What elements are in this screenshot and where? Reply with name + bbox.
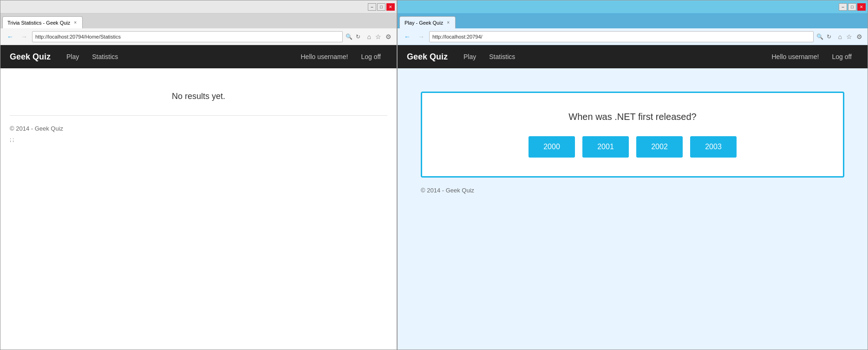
answer-btn-2[interactable]: 2002 xyxy=(636,136,683,158)
left-toolbar-icons: ⌂ ☆ ⚙ xyxy=(366,32,393,41)
quiz-question: When was .NET first released? xyxy=(436,112,829,122)
right-tab-label: Play - Geek Quiz xyxy=(405,20,443,26)
left-tab-bar: Trivia Statistics - Geek Quiz × xyxy=(0,13,397,28)
right-hello-text: Hello username! xyxy=(772,53,819,60)
right-page-content: When was .NET first released? 2000 2001 … xyxy=(398,68,868,350)
left-gear-icon[interactable]: ⚙ xyxy=(384,32,393,41)
right-gear-icon[interactable]: ⚙ xyxy=(855,32,864,41)
answer-btn-1[interactable]: 2001 xyxy=(582,136,629,158)
left-navbar-right: Hello username! Log off xyxy=(301,45,388,68)
left-logoff-link[interactable]: Log off xyxy=(354,45,387,68)
right-url-input[interactable] xyxy=(429,31,814,42)
left-star-icon[interactable]: ☆ xyxy=(374,32,383,41)
right-footer: © 2014 - Geek Quiz xyxy=(421,187,844,194)
left-footer: © 2014 - Geek Quiz xyxy=(10,125,387,132)
left-maximize-btn[interactable]: □ xyxy=(377,3,385,11)
quiz-answers: 2000 2001 2002 2003 xyxy=(436,136,829,158)
answer-btn-3[interactable]: 2003 xyxy=(690,136,737,158)
right-window-controls: – □ ✕ xyxy=(839,3,866,11)
right-forward-btn[interactable]: → xyxy=(415,31,427,43)
left-page-divider xyxy=(10,115,387,116)
right-address-bar: ← → 🔍 ↻ ⌂ ☆ ⚙ xyxy=(398,28,868,45)
left-hello-text: Hello username! xyxy=(301,53,348,60)
left-browser-window: – □ ✕ Trivia Statistics - Geek Quiz × ← … xyxy=(0,0,397,350)
answer-btn-0[interactable]: 2000 xyxy=(529,136,575,158)
right-active-tab[interactable]: Play - Geek Quiz × xyxy=(399,16,456,28)
left-nav-statistics[interactable]: Statistics xyxy=(85,45,124,68)
left-close-btn[interactable]: ✕ xyxy=(386,3,395,11)
left-navbar: Geek Quiz Play Statistics Hello username… xyxy=(0,45,397,68)
left-app-content: Geek Quiz Play Statistics Hello username… xyxy=(0,45,397,350)
right-nav-statistics[interactable]: Statistics xyxy=(483,45,522,68)
left-active-tab[interactable]: Trivia Statistics - Geek Quiz × xyxy=(2,16,83,28)
right-navbar-right: Hello username! Log off xyxy=(772,45,859,68)
left-address-bar: ← → 🔍 ↻ ⌂ ☆ ⚙ xyxy=(0,28,397,45)
left-page-content: No results yet. © 2014 - Geek Quiz ; ; xyxy=(0,68,397,350)
right-home-icon[interactable]: ⌂ xyxy=(837,32,843,41)
right-back-btn[interactable]: ← xyxy=(401,31,413,43)
left-refresh-icon[interactable]: ↻ xyxy=(355,33,361,41)
left-search-icon[interactable]: 🔍 xyxy=(345,33,353,41)
right-navbar: Geek Quiz Play Statistics Hello username… xyxy=(398,45,868,68)
left-navbar-nav: Play Statistics xyxy=(60,45,124,68)
right-close-btn[interactable]: ✕ xyxy=(857,3,866,11)
right-app-content: Geek Quiz Play Statistics Hello username… xyxy=(398,45,868,350)
right-nav-play[interactable]: Play xyxy=(457,45,483,68)
left-navbar-brand[interactable]: Geek Quiz xyxy=(10,52,51,62)
left-back-btn[interactable]: ← xyxy=(4,31,16,43)
left-tab-close[interactable]: × xyxy=(73,20,78,25)
left-minimize-btn[interactable]: – xyxy=(368,3,376,11)
right-tab-close[interactable]: × xyxy=(446,20,450,25)
left-home-icon[interactable]: ⌂ xyxy=(366,32,372,41)
right-toolbar-icons: ⌂ ☆ ⚙ xyxy=(837,32,864,41)
right-refresh-icon[interactable]: ↻ xyxy=(826,33,832,41)
left-window-controls: – □ ✕ xyxy=(368,3,395,11)
right-minimize-btn[interactable]: – xyxy=(839,3,847,11)
left-url-input[interactable] xyxy=(32,31,343,42)
right-logoff-link[interactable]: Log off xyxy=(825,45,858,68)
right-address-icons: 🔍 ↻ xyxy=(816,33,832,41)
right-browser-window: – □ ✕ Play - Geek Quiz × ← → 🔍 ↻ ⌂ ☆ ⚙ G… xyxy=(397,0,868,350)
left-tab-label: Trivia Statistics - Geek Quiz xyxy=(7,20,70,26)
left-nav-play[interactable]: Play xyxy=(60,45,85,68)
right-star-icon[interactable]: ☆ xyxy=(845,32,854,41)
right-navbar-brand[interactable]: Geek Quiz xyxy=(407,52,448,62)
left-title-bar: – □ ✕ xyxy=(0,0,397,13)
right-search-icon[interactable]: 🔍 xyxy=(816,33,824,41)
left-code-hint: ; ; xyxy=(10,137,387,142)
quiz-container: When was .NET first released? 2000 2001 … xyxy=(421,92,844,178)
right-tab-bar: Play - Geek Quiz × xyxy=(398,13,868,28)
right-title-bar: – □ ✕ xyxy=(398,0,868,13)
left-no-results: No results yet. xyxy=(10,92,387,101)
right-maximize-btn[interactable]: □ xyxy=(848,3,856,11)
left-forward-btn[interactable]: → xyxy=(18,31,30,43)
left-address-icons: 🔍 ↻ xyxy=(345,33,361,41)
right-navbar-nav: Play Statistics xyxy=(457,45,522,68)
